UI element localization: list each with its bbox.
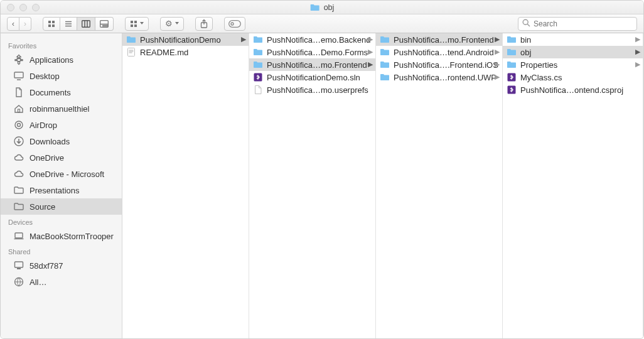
- window-title: obj: [324, 3, 335, 12]
- sidebar-item-all[interactable]: All…: [1, 274, 122, 290]
- coverflow-view-button[interactable]: [95, 17, 114, 31]
- vs-file-icon: [253, 72, 263, 82]
- item-name: PushNotifica…ontend.csproj: [520, 85, 639, 95]
- forward-button[interactable]: ›: [19, 17, 31, 31]
- home-icon: [13, 103, 24, 114]
- chevron-left-icon: ‹: [12, 19, 14, 28]
- sidebar-item-presentations[interactable]: Presentations: [1, 182, 122, 198]
- svg-point-28: [15, 121, 23, 129]
- list-item[interactable]: PushNotifica…Demo.Forms▶: [249, 46, 375, 58]
- svg-point-22: [523, 19, 528, 24]
- sidebar-item-label: MacBookStormTrooper: [30, 232, 114, 241]
- icon-view-button[interactable]: [43, 17, 60, 31]
- gear-icon: ⚙: [165, 19, 173, 28]
- sidebar-item-label: Source: [30, 202, 55, 212]
- search-field[interactable]: [518, 17, 637, 31]
- list-item[interactable]: PushNotifica…mo.Frontend▶: [249, 58, 375, 71]
- list-item[interactable]: PushNotifica…ontend.csproj: [503, 83, 643, 96]
- list-item[interactable]: Properties▶: [503, 58, 643, 71]
- item-name: PushNotifica….Frontend.iOS: [394, 60, 498, 70]
- arrange-button[interactable]: [125, 17, 149, 31]
- column-3[interactable]: PushNotifica…mo.Frontend▶PushNotifica…te…: [376, 33, 503, 338]
- svg-rect-14: [131, 21, 133, 23]
- list-item[interactable]: obj▶: [503, 46, 643, 58]
- item-name: Properties: [520, 60, 639, 70]
- column-1[interactable]: PushNotificationDemo▶README.md: [122, 33, 249, 338]
- chevron-right-icon: ›: [24, 19, 26, 28]
- svg-rect-7: [82, 20, 90, 27]
- list-item[interactable]: PushNotificationDemo▶: [122, 33, 249, 46]
- sidebar-item-documents[interactable]: Documents: [1, 84, 122, 100]
- chevron-right-icon: ▶: [368, 48, 373, 56]
- vs-file-icon: [507, 85, 517, 95]
- svg-rect-34: [17, 268, 21, 269]
- doc-icon: [13, 87, 24, 98]
- grid-icon: [48, 20, 55, 28]
- zoom-button[interactable]: [32, 4, 40, 11]
- sidebar-item-onedrive-microsoft[interactable]: OneDrive - Microsoft: [1, 166, 122, 182]
- sidebar-item-applications[interactable]: Applications: [1, 51, 122, 68]
- item-name: PushNotifica…Demo.Forms: [267, 48, 372, 57]
- column-2[interactable]: PushNotifica…emo.Backend▶PushNotifica…De…: [249, 33, 376, 338]
- sidebar-section-header: Devices: [1, 215, 122, 228]
- sidebar-item-label: 58dxf787: [30, 261, 63, 271]
- list-icon: [65, 20, 72, 28]
- columns-icon: [82, 20, 90, 28]
- folder-icon: [380, 35, 390, 45]
- sidebar-item-58dxf787[interactable]: 58dxf787: [1, 257, 122, 274]
- list-view-button[interactable]: [60, 17, 77, 31]
- tags-button[interactable]: [224, 17, 245, 31]
- back-button[interactable]: ‹: [7, 17, 19, 31]
- column-view-button[interactable]: [77, 17, 95, 31]
- minimize-button[interactable]: [19, 4, 27, 11]
- titlebar: obj: [1, 1, 643, 14]
- airdrop-icon: [13, 119, 24, 131]
- search-input[interactable]: [534, 19, 633, 28]
- folder-icon: [253, 35, 263, 45]
- window-body: FavoritesApplicationsDesktopDocumentsrob…: [1, 33, 643, 338]
- action-button[interactable]: ⚙: [160, 17, 184, 31]
- coverflow-icon: [100, 20, 109, 28]
- folder-icon: [380, 72, 390, 82]
- sidebar-item-robinmanuelthiel[interactable]: robinmanuelthiel: [1, 100, 122, 117]
- list-item[interactable]: README.md: [122, 46, 249, 58]
- toolbar: ‹ › ⚙: [1, 14, 643, 33]
- list-item[interactable]: PushNotificationDemo.sln: [249, 71, 375, 83]
- sidebar-item-desktop[interactable]: Desktop: [1, 68, 122, 84]
- sidebar-item-label: All…: [30, 277, 46, 287]
- close-button[interactable]: [7, 4, 14, 11]
- sidebar-item-label: AirDrop: [30, 121, 57, 130]
- chevron-right-icon: ▶: [368, 35, 373, 43]
- chevron-right-icon: ▶: [495, 60, 500, 68]
- share-button[interactable]: [195, 17, 213, 31]
- sidebar-item-source[interactable]: Source: [1, 198, 122, 215]
- svg-point-21: [231, 23, 233, 25]
- finder-window: obj ‹ › ⚙ FavoritesApplicationsDesk: [0, 0, 644, 339]
- column-browser: PushNotificationDemo▶README.mdPushNotifi…: [122, 33, 643, 338]
- item-name: PushNotifica…mo.Frontend: [267, 60, 372, 70]
- document-icon: [253, 85, 263, 95]
- cloud-icon: [13, 168, 24, 180]
- chevron-right-icon: ▶: [495, 35, 500, 43]
- list-item[interactable]: PushNotifica….Frontend.iOS▶: [376, 58, 502, 71]
- sidebar-item-downloads[interactable]: Downloads: [1, 133, 122, 149]
- column-4[interactable]: bin▶obj▶Properties▶MyClass.csPushNotific…: [503, 33, 643, 338]
- sidebar-item-airdrop[interactable]: AirDrop: [1, 117, 122, 133]
- list-item[interactable]: PushNotifica…mo.Frontend▶: [376, 33, 502, 46]
- svg-rect-17: [134, 24, 137, 27]
- list-item[interactable]: PushNotifica…tend.Android▶: [376, 46, 502, 58]
- folder-icon: [380, 47, 390, 57]
- folder-icon: [13, 201, 24, 212]
- list-item[interactable]: PushNotifica…mo.userprefs: [249, 83, 375, 96]
- list-item[interactable]: bin▶: [503, 33, 643, 46]
- arrange-icon: [130, 20, 137, 28]
- svg-rect-31: [15, 233, 23, 238]
- list-item[interactable]: PushNotifica…rontend.UWP▶: [376, 71, 502, 83]
- item-name: MyClass.cs: [520, 73, 639, 82]
- list-item[interactable]: MyClass.cs: [503, 71, 643, 83]
- sidebar-item-onedrive[interactable]: OneDrive: [1, 149, 122, 166]
- list-item[interactable]: PushNotifica…emo.Backend▶: [249, 33, 375, 46]
- folder-icon: [507, 60, 517, 70]
- svg-rect-0: [48, 21, 51, 23]
- sidebar-item-macbookstormtrooper[interactable]: MacBookStormTrooper: [1, 228, 122, 244]
